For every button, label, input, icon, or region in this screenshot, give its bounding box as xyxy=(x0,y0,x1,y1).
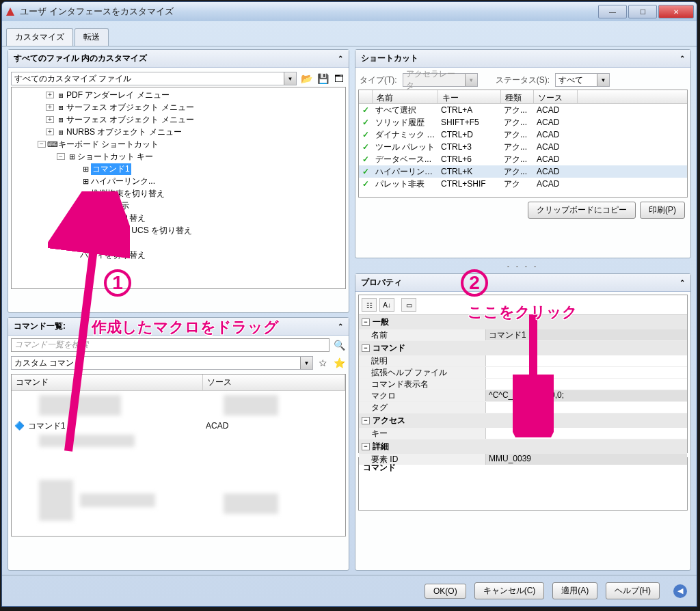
maximize-button[interactable]: ☐ xyxy=(628,5,657,18)
tab-transfer[interactable]: 転送 xyxy=(75,28,109,46)
desc-title: コマンド xyxy=(363,463,396,472)
tree-item[interactable]: ダイナミック UCS を切り替え xyxy=(80,225,192,236)
cat-detail[interactable]: 詳細 xyxy=(373,441,389,452)
panel-cmdlist-title: コマンド一覧: xyxy=(14,321,66,332)
copy-clipboard-button[interactable]: クリップボードにコピー xyxy=(528,202,636,219)
prop-element-id[interactable]: MMU_0039 xyxy=(486,454,687,465)
cmdlist-filter-combo[interactable]: カスタム コマンド xyxy=(12,357,300,369)
status-combo[interactable]: すべて xyxy=(556,74,597,86)
prop-dispname[interactable] xyxy=(486,379,687,390)
table-row[interactable]: ✓ツール パレットCTRL+3アク...ACAD xyxy=(359,141,687,153)
customize-file-combo[interactable]: すべてのカスタマイズ ファイル xyxy=(12,73,284,85)
col-source[interactable]: ソース xyxy=(203,375,345,390)
col-key[interactable]: キー xyxy=(438,90,501,103)
tree-item[interactable]: 推測拘束を切り替え xyxy=(91,188,165,200)
tree-item-command1[interactable]: コマンド1 xyxy=(91,163,131,175)
col-src[interactable]: ソース xyxy=(534,90,578,103)
save-icon[interactable]: 💾 xyxy=(316,72,329,85)
collapse-icon[interactable]: ⌃ xyxy=(338,323,343,330)
search-icon[interactable]: 🔍 xyxy=(332,338,346,352)
star-new-icon[interactable]: ☆ xyxy=(316,356,329,370)
tab-customize[interactable]: カスタマイズ xyxy=(6,28,73,46)
customize-tree[interactable]: +🗉PDF アンダーレイ メニュー +🗉サーフェス オブジェクト メニュー +🗉… xyxy=(11,87,346,289)
tree-item[interactable]: 切り替え xyxy=(80,237,113,249)
tree-item[interactable]: NURBS オブジェクト メニュー xyxy=(66,126,182,138)
table-row[interactable]: ✓ハイパーリンク...CTRL+Kアク...ACAD xyxy=(359,165,687,178)
apply-button[interactable]: 適用(A) xyxy=(552,582,597,599)
collapse-icon[interactable]: ⌃ xyxy=(679,279,685,286)
cat-access[interactable]: アクセス xyxy=(373,415,405,426)
titlebar: ユーザ インタフェースをカスタマイズ — ☐ ✕ xyxy=(2,2,697,21)
cancel-button[interactable]: キャンセル(C) xyxy=(474,582,545,599)
panel-props-title: プロパティ xyxy=(361,277,402,288)
saveas-icon[interactable]: 🗔 xyxy=(332,72,346,85)
collapse-icon[interactable]: ⌃ xyxy=(338,55,343,62)
panel-all-files-header: すべてのファイル 内のカスタマイズ ⌃ xyxy=(8,50,349,68)
col-check xyxy=(359,90,373,103)
table-row[interactable]: ✓データベース...CTRL+6アク...ACAD xyxy=(359,153,687,165)
status-label: ステータス(S): xyxy=(496,74,550,86)
anno-circle-1: 1 xyxy=(104,269,131,297)
command-list[interactable]: コマンド ソース 🔷 コマンド1 ACAD xyxy=(11,374,346,537)
sort-az-icon[interactable]: A↓ xyxy=(379,298,394,312)
tree-item[interactable]: パティを切り替え xyxy=(80,249,146,261)
tree-item-keyboard[interactable]: キーボード ショートカット xyxy=(58,139,159,150)
dropdown-arrow-icon[interactable]: ▼ xyxy=(284,72,296,85)
cmd-name: コマンド1 xyxy=(28,420,206,432)
prop-exthelp[interactable] xyxy=(486,367,687,378)
close-button[interactable]: ✕ xyxy=(658,5,694,18)
minimize-button[interactable]: — xyxy=(598,5,627,18)
tree-item[interactable]: サーフェス オブジェクト メニュー xyxy=(66,114,194,126)
tree-item[interactable]: レット非表示 xyxy=(80,200,129,212)
tree-item-shortcut-keys[interactable]: ショートカット キー xyxy=(77,151,153,163)
anno-circle-2: 2 xyxy=(461,269,488,297)
prop-tag[interactable] xyxy=(486,402,687,413)
open-icon[interactable]: 📂 xyxy=(299,72,313,85)
panel-shortcut-title: ショートカット xyxy=(361,53,418,64)
table-row[interactable]: ✓ダイナミック U...CTRL+Dアク...ACAD xyxy=(359,128,687,141)
dropdown-arrow-icon[interactable]: ▼ xyxy=(300,357,312,369)
tree-item[interactable]: PDF アンダーレイ メニュー xyxy=(66,90,170,101)
prop-desc[interactable] xyxy=(486,355,687,366)
type-combo: アクセラレータ xyxy=(403,68,465,92)
context-help-icon[interactable]: ◀ xyxy=(673,584,687,598)
window-title: ユーザ インタフェースをカスタマイズ xyxy=(20,5,598,18)
property-desc-box: コマンド xyxy=(358,457,688,511)
anno-text-1: 作成したマクロをドラッグ xyxy=(92,317,279,338)
col-command[interactable]: コマンド xyxy=(12,375,203,390)
prop-key[interactable] xyxy=(486,428,687,439)
panel-props-header: プロパティ ⌃ xyxy=(355,274,690,292)
cat-general[interactable]: 一般 xyxy=(373,316,389,328)
tree-item[interactable]: サーフェス オブジェクト メニュー xyxy=(66,102,194,113)
star-fav-icon[interactable]: ⭐ xyxy=(332,356,346,370)
tree-item[interactable]: ハイパーリンク... xyxy=(91,176,155,187)
dropdown-arrow-icon: ▼ xyxy=(465,74,477,86)
anno-text-2: ここをクリック xyxy=(468,302,578,323)
collapse-icon[interactable]: ⌃ xyxy=(679,55,685,62)
page-icon[interactable]: ▭ xyxy=(401,298,416,312)
table-row[interactable]: ✓パレット非表CTRL+SHIFアクACAD xyxy=(359,178,687,190)
shortcut-table[interactable]: 名前 キー 種類 ソース ✓すべて選択CTRL+Aアク...ACAD✓ソリッド履… xyxy=(358,90,688,198)
type-label: タイプ(T): xyxy=(360,74,397,86)
cmd-src: ACAD xyxy=(206,421,228,431)
search-input[interactable]: コマンド一覧を検索 xyxy=(11,338,329,352)
print-button[interactable]: 印刷(P) xyxy=(640,202,685,219)
dropdown-arrow-icon[interactable]: ▼ xyxy=(597,74,609,86)
help-button[interactable]: ヘルプ(H) xyxy=(606,582,660,599)
cat-command[interactable]: コマンド xyxy=(373,342,405,354)
table-row[interactable]: ✓ソリッド履歴SHIFT+F5アク...ACAD xyxy=(359,116,687,128)
ok-button[interactable]: OK(O) xyxy=(425,584,466,599)
splitter[interactable]: • • • • xyxy=(355,262,691,269)
categorize-icon[interactable]: ☷ xyxy=(362,298,377,312)
prop-macro[interactable]: ^C^C_circle;non;0,0; xyxy=(486,390,687,401)
panel-shortcut-header: ショートカット ⌃ xyxy=(355,50,690,68)
tree-item[interactable]: 座標表示切り替え xyxy=(80,213,146,224)
col-type[interactable]: 種類 xyxy=(501,90,534,103)
app-icon xyxy=(5,6,16,17)
col-name[interactable]: 名前 xyxy=(373,90,438,103)
prop-name[interactable]: コマンド1 xyxy=(486,329,687,340)
table-row[interactable]: ✓すべて選択CTRL+Aアク...ACAD xyxy=(359,104,687,116)
panel-all-files-title: すべてのファイル 内のカスタマイズ xyxy=(14,53,147,64)
list-item[interactable]: 🔷 コマンド1 ACAD xyxy=(12,420,345,432)
